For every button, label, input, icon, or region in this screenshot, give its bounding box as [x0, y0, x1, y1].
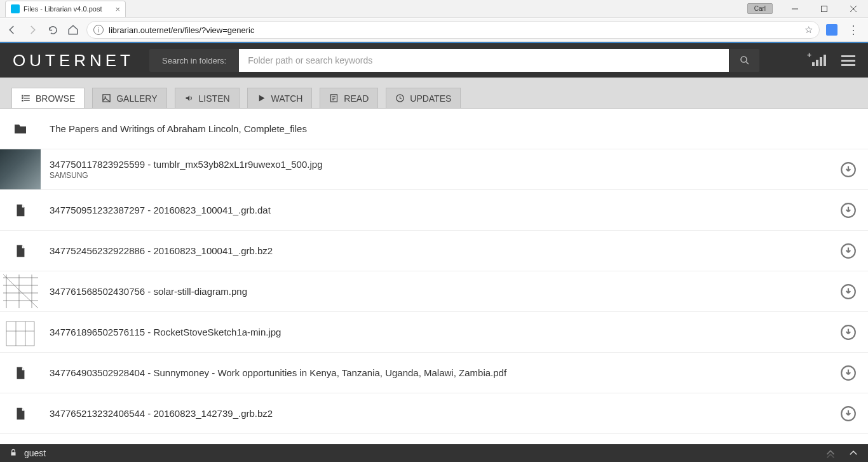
file-row[interactable]: 347752456232922886 - 20160823_100041_.gr… — [0, 231, 868, 271]
tab-listen[interactable]: LISTEN — [175, 88, 240, 108]
tab-read[interactable]: READ — [320, 88, 378, 108]
svg-rect-7 — [22, 97, 24, 99]
tab-browse[interactable]: BROWSE — [11, 88, 85, 108]
browser-tab[interactable]: Files - Librarian v4.0.post × — [5, 1, 126, 17]
browser-menu-icon[interactable]: ⋮ — [844, 23, 863, 37]
search-button[interactable] — [729, 49, 759, 72]
file-icon — [0, 393, 41, 433]
scroll-top-icon[interactable] — [848, 447, 859, 459]
svg-rect-10 — [24, 98, 30, 99]
file-row-body: 347750951232387297 - 20160823_100041_.gr… — [50, 205, 831, 215]
translate-extension-icon[interactable] — [826, 24, 837, 36]
svg-rect-31 — [6, 322, 34, 346]
file-title: 347765213232406544 - 20160823_142739_.gr… — [50, 408, 831, 419]
scroll-handle-icon[interactable] — [824, 446, 837, 460]
download-button[interactable] — [840, 243, 857, 259]
reload-button[interactable] — [46, 23, 60, 37]
file-list[interactable]: The Papers and Writings of Abraham Linco… — [0, 109, 868, 444]
hamburger-menu-icon[interactable] — [841, 55, 855, 66]
svg-rect-11 — [24, 100, 30, 101]
tab-gallery[interactable]: GALLERY — [92, 88, 166, 108]
site-info-icon[interactable]: i — [93, 25, 104, 35]
download-button[interactable] — [840, 161, 857, 178]
tab-watch[interactable]: WATCH — [247, 88, 313, 108]
tab-label: BROWSE — [36, 93, 75, 104]
search-wrap: Search in folders: — [149, 49, 759, 72]
tab-label: GALLERY — [116, 93, 157, 104]
svg-point-13 — [105, 96, 107, 98]
file-title: 347761568502430756 - solar-still-diagram… — [50, 286, 831, 297]
download-button[interactable] — [840, 405, 857, 422]
image-thumbnail — [0, 271, 41, 311]
browser-titlebar: Files - Librarian v4.0.post × Carl — [0, 0, 868, 18]
user-badge[interactable]: Carl — [747, 3, 773, 14]
file-row-body: 347752456232922886 - 20160823_100041_.gr… — [50, 245, 831, 256]
svg-rect-6 — [22, 95, 24, 97]
browser-toolbar: i librarian.outernet/en/files/?view=gene… — [0, 18, 868, 42]
svg-rect-8 — [22, 100, 24, 102]
file-title: 347764903502928404 - Sunnymoney - Work o… — [50, 367, 831, 378]
file-subtitle: SAMSUNG — [50, 171, 831, 180]
footer-user[interactable]: guest — [24, 448, 46, 458]
download-button[interactable] — [840, 202, 857, 219]
file-row[interactable]: 347750951232387297 - 20160823_100041_.gr… — [0, 190, 868, 231]
view-tabs: BROWSE GALLERY LISTEN WATCH READ UPDATES — [0, 78, 868, 109]
footer-bar: guest — [0, 444, 868, 462]
tab-title: Files - Librarian v4.0.post — [24, 5, 111, 13]
file-title: 347761896502576115 - RocketStoveSketch1a… — [50, 327, 831, 337]
svg-line-5 — [746, 62, 749, 64]
close-icon[interactable]: × — [115, 4, 120, 14]
address-bar[interactable]: i librarian.outernet/en/files/?view=gene… — [86, 21, 820, 39]
search-label: Search in folders: — [149, 56, 239, 65]
file-row[interactable]: 347764903502928404 - Sunnymoney - Work o… — [0, 353, 868, 393]
file-row-body: The Papers and Writings of Abraham Linco… — [50, 123, 857, 134]
window-minimize-button[interactable] — [780, 0, 810, 18]
search-input[interactable] — [239, 49, 729, 72]
image-thumbnail — [0, 149, 41, 189]
bookmark-star-icon[interactable]: ☆ — [804, 24, 813, 36]
tab-updates[interactable]: UPDATES — [386, 88, 461, 108]
svg-line-29 — [3, 275, 38, 308]
lock-icon — [9, 448, 18, 459]
tab-label: LISTEN — [199, 93, 230, 104]
tab-label: READ — [344, 93, 369, 104]
svg-rect-38 — [11, 452, 16, 455]
download-button[interactable] — [840, 283, 857, 300]
file-row-body: 347750117823925599 - tumblr_mx53yb82xL1r… — [50, 159, 831, 180]
file-icon — [0, 190, 41, 230]
file-row-body: 347761568502430756 - solar-still-diagram… — [50, 286, 831, 297]
image-thumbnail — [0, 312, 41, 352]
back-button[interactable] — [5, 23, 19, 37]
app-header: OUTERNET Search in folders: + — [0, 43, 868, 78]
window-close-button[interactable] — [839, 0, 868, 18]
file-row[interactable]: The Papers and Writings of Abraham Linco… — [0, 109, 868, 149]
download-button[interactable] — [840, 324, 857, 341]
file-icon — [0, 353, 41, 393]
file-row[interactable]: 347750117823925599 - tumblr_mx53yb82xL1r… — [0, 149, 868, 190]
file-title: 347752456232922886 - 20160823_100041_.gr… — [50, 245, 831, 256]
file-title: The Papers and Writings of Abraham Linco… — [50, 123, 857, 134]
signal-icon[interactable]: + — [812, 55, 826, 66]
file-row[interactable]: 347761896502576115 - RocketStoveSketch1a… — [0, 312, 868, 353]
tab-label: WATCH — [271, 93, 303, 104]
window-maximize-button[interactable] — [810, 0, 839, 18]
file-row[interactable]: 347765213232406544 - 20160823_142739_.gr… — [0, 393, 868, 434]
file-row-body: 347765213232406544 - 20160823_142739_.gr… — [50, 408, 831, 419]
forward-button[interactable] — [25, 23, 39, 37]
file-title: 347750951232387297 - 20160823_100041_.gr… — [50, 205, 831, 215]
home-button[interactable] — [66, 23, 80, 37]
svg-rect-1 — [822, 6, 827, 11]
svg-point-4 — [741, 57, 747, 62]
tab-label: UPDATES — [410, 93, 451, 104]
download-button[interactable] — [840, 365, 857, 381]
file-icon — [0, 231, 41, 271]
file-title: 347750117823925599 - tumblr_mx53yb82xL1r… — [50, 159, 831, 170]
folder-icon — [0, 109, 41, 149]
file-row-body: 347764903502928404 - Sunnymoney - Work o… — [50, 367, 831, 378]
svg-rect-9 — [24, 95, 30, 96]
url-text: librarian.outernet/en/files/?view=generi… — [109, 25, 799, 35]
tab-favicon — [11, 4, 20, 13]
file-row[interactable]: 347761568502430756 - solar-still-diagram… — [0, 271, 868, 312]
brand-logo[interactable]: OUTERNET — [13, 51, 134, 71]
file-row-body: 347761896502576115 - RocketStoveSketch1a… — [50, 327, 831, 337]
